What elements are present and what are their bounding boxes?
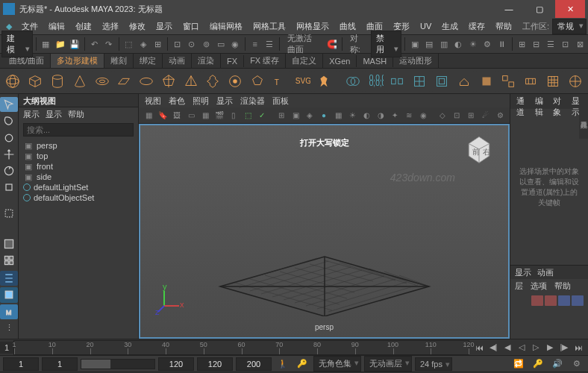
outliner-tree[interactable]: ▣persp ▣top ▣front ▣side defaultLightSet… [19, 139, 138, 339]
combine-icon[interactable] [343, 71, 363, 92]
step-back-icon[interactable]: ◀ [501, 341, 514, 354]
vp-ao-icon[interactable]: ◑ [374, 109, 387, 122]
tab-object[interactable]: 对象 [553, 95, 564, 107]
shelf-tab-rig[interactable]: 绑定 [134, 54, 163, 68]
append-icon[interactable] [521, 71, 541, 92]
vp-menu-lighting[interactable]: 照明 [193, 95, 209, 106]
panel2-icon[interactable]: ⊟ [530, 36, 543, 52]
menu-uv[interactable]: UV [415, 20, 437, 32]
menu-edit[interactable]: 编辑 [43, 19, 70, 34]
vp-xray-icon[interactable]: ⊡ [450, 109, 463, 122]
snap-grid-icon[interactable]: ⊡ [171, 36, 184, 52]
undo-icon[interactable]: ↶ [88, 36, 101, 52]
outliner-menu-display[interactable]: 显示 [46, 109, 62, 119]
menu-select[interactable]: 选择 [97, 19, 124, 34]
menu-help[interactable]: 帮助 [490, 19, 517, 34]
vp-aa-icon[interactable]: ✦ [388, 109, 401, 122]
poly-sphere-icon[interactable] [3, 71, 23, 92]
layer-tab-anim[interactable]: 动画 [537, 267, 554, 278]
vp-bookmark-icon[interactable]: 🔖 [156, 109, 169, 122]
menu-generate[interactable]: 生成 [437, 19, 463, 34]
select-tool-icon[interactable] [0, 97, 18, 112]
workspace-select[interactable]: 常规 [552, 19, 587, 34]
vp-resolution-icon[interactable]: ⬚ [241, 109, 254, 122]
hist-icon[interactable]: ≡ [248, 36, 262, 52]
poly-torus-icon[interactable] [92, 71, 112, 92]
bevel-icon[interactable] [476, 71, 496, 92]
move-tool-icon[interactable] [0, 147, 18, 162]
key-button-1[interactable] [531, 295, 543, 306]
close-button[interactable]: ✕ [555, 0, 585, 18]
rotate-tool-icon[interactable] [0, 163, 18, 178]
shelf-tab-sculpt[interactable]: 雕刻 [104, 54, 134, 68]
snap-curve-icon[interactable]: ⊙ [185, 36, 198, 52]
shelf-tab-anim[interactable]: 动画 [163, 54, 192, 68]
vp-gear-icon[interactable]: ⚙ [493, 109, 507, 122]
poly-plane-icon[interactable] [114, 71, 134, 92]
live-icon[interactable]: 🧲 [326, 36, 340, 52]
open-scene-icon[interactable]: 📁 [54, 36, 67, 52]
range-end-inner[interactable] [158, 357, 194, 371]
mode-select[interactable]: 建模 [1, 31, 33, 57]
multicut-icon[interactable] [542, 71, 563, 92]
poly-pipe-icon[interactable] [203, 71, 223, 92]
outliner-menu-help[interactable]: 帮助 [68, 109, 84, 119]
subdiv-icon[interactable] [432, 71, 452, 92]
layer-menu-option[interactable]: 选项 [531, 280, 547, 291]
outliner-menu-show[interactable]: 展示 [23, 109, 40, 119]
vp-dof-icon[interactable]: ◉ [416, 109, 430, 122]
vp-menu-renderer[interactable]: 渲染器 [240, 95, 265, 106]
vp-menu-shading[interactable]: 着色 [169, 95, 185, 106]
poly-soccer-icon[interactable] [248, 71, 268, 92]
menu-modify[interactable]: 修改 [124, 19, 151, 34]
vp-xrayj-icon[interactable]: ⊞ [464, 109, 478, 122]
vp-film-icon[interactable]: 🎬 [213, 109, 226, 122]
panel-persp-icon[interactable] [0, 287, 18, 302]
vp-wire-icon[interactable]: ⊞ [275, 109, 288, 122]
poly-disc-icon[interactable] [137, 71, 157, 92]
panel4-icon[interactable]: ⊡ [559, 36, 572, 52]
panel-more-icon[interactable]: ⋮ [0, 321, 18, 336]
shelf-tab-render[interactable]: 渲染 [192, 54, 221, 68]
poly-helix-icon[interactable] [225, 71, 245, 92]
poly-cone-icon[interactable] [69, 71, 90, 92]
select-hier-icon[interactable]: ⬚ [122, 36, 135, 52]
lightedit-icon[interactable]: ☀ [466, 36, 480, 52]
viewport-3d[interactable]: 打开大写锁定 前 右 y x [139, 124, 510, 339]
lasso-tool-icon[interactable] [0, 113, 18, 128]
vp-light-icon[interactable]: ☀ [345, 109, 359, 122]
noactive-surface[interactable]: 无激活曲面 [283, 31, 325, 57]
shelf-tab-fxcache[interactable]: FX 缓存 [244, 54, 286, 68]
mirror-icon[interactable] [387, 71, 407, 92]
paint-tool-icon[interactable] [0, 130, 18, 145]
layout-four-icon[interactable] [0, 253, 18, 268]
target-weld-icon[interactable] [565, 71, 585, 92]
scale-tool-icon[interactable] [0, 180, 18, 195]
layer-menu-help[interactable]: 帮助 [554, 280, 571, 291]
modeling-toolkit-tab[interactable]: 建模工具包 [579, 94, 588, 139]
vp-cam-icon[interactable]: ▦ [142, 109, 155, 122]
play-back-icon[interactable]: ◁ [515, 341, 528, 354]
layer-tab-display[interactable]: 显示 [515, 267, 531, 278]
range-pref-icon[interactable]: ⚙ [569, 356, 585, 372]
range-autokey-icon[interactable]: 🔑 [530, 356, 546, 372]
tab-channel[interactable]: 通道 [516, 95, 528, 107]
goto-start-icon[interactable]: ⏮ [472, 341, 486, 354]
menu-window[interactable]: 窗口 [178, 19, 204, 34]
save-scene-icon[interactable]: 💾 [68, 36, 81, 52]
fps-select[interactable]: 24 fps [415, 357, 452, 371]
select-obj-icon[interactable]: ◈ [137, 36, 150, 52]
vp-safe-icon[interactable]: ✓ [255, 109, 269, 122]
redo-icon[interactable]: ↷ [102, 36, 116, 52]
snap-plane-icon[interactable]: ▭ [214, 36, 228, 52]
viewcube-icon[interactable]: 前 右 [462, 131, 496, 166]
key-button-4[interactable] [572, 295, 584, 306]
vp-smooth-icon[interactable]: ▣ [289, 109, 302, 122]
select-comp-icon[interactable]: ⊞ [151, 36, 164, 52]
poly-cylinder-icon[interactable] [48, 71, 68, 92]
poly-super-icon[interactable]: T [269, 71, 290, 92]
step-fwd-icon[interactable]: ▶ [543, 341, 557, 354]
vp-expose-icon[interactable]: ☄ [478, 109, 492, 122]
animlayer-select[interactable]: 无动画层 [364, 356, 412, 372]
bridge-icon[interactable] [498, 71, 519, 92]
